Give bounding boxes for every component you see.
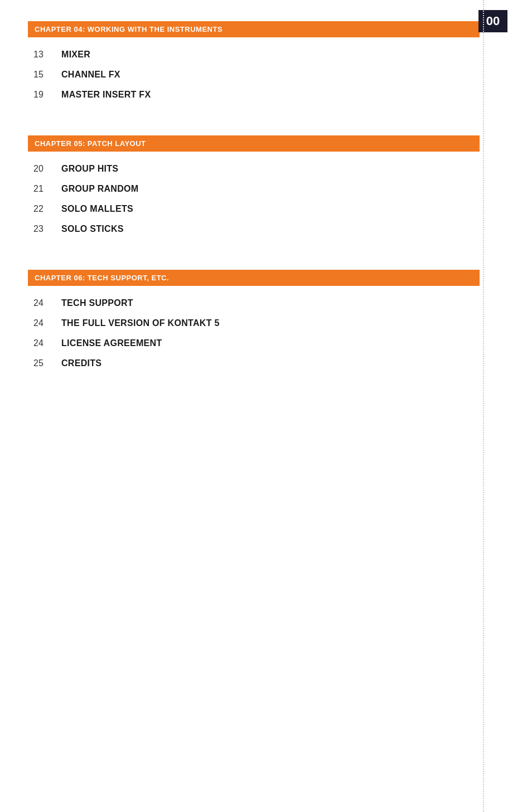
toc-item: 24 THE FULL VERSION OF KONTAKT 5 — [28, 316, 480, 330]
toc-item-label: CREDITS — [61, 358, 101, 368]
toc-item: 20 GROUP HITS — [28, 162, 480, 176]
chapter-06-header: CHAPTER 06: TECH SUPPORT, ETC. — [28, 270, 480, 286]
toc-page-number: 24 — [28, 318, 61, 328]
toc-item: 24 TECH SUPPORT — [28, 296, 480, 310]
toc-section-chapter-05: CHAPTER 05: PATCH LAYOUT 20 GROUP HITS 2… — [28, 135, 480, 236]
toc-item: 23 SOLO STICKS — [28, 222, 480, 236]
toc-item: 15 CHANNEL FX — [28, 67, 480, 82]
right-sidebar — [483, 0, 507, 812]
toc-page-number: 23 — [28, 224, 61, 234]
toc-item-label: CHANNEL FX — [61, 70, 120, 80]
toc-item-label: MASTER INSERT FX — [61, 90, 151, 100]
chapter-04-header: CHAPTER 04: WORKING WITH THE INSTRUMENTS — [28, 21, 480, 37]
toc-item-label: THE FULL VERSION OF KONTAKT 5 — [61, 318, 220, 328]
toc-page-number: 24 — [28, 338, 61, 348]
toc-page-number: 25 — [28, 358, 61, 368]
toc-section-chapter-06: CHAPTER 06: TECH SUPPORT, ETC. 24 TECH S… — [28, 270, 480, 371]
toc-section-chapter-04: CHAPTER 04: WORKING WITH THE INSTRUMENTS… — [28, 21, 480, 102]
toc-item: 25 CREDITS — [28, 356, 480, 371]
toc-page-number: 22 — [28, 204, 61, 214]
toc-item-label: GROUP HITS — [61, 164, 118, 174]
page-container: 00 CHAPTER 04: WORKING WITH THE INSTRUME… — [0, 0, 507, 398]
toc-page-number: 21 — [28, 184, 61, 194]
toc-item-label: TECH SUPPORT — [61, 298, 133, 308]
toc-item-label: MIXER — [61, 50, 90, 60]
toc-item: 19 MASTER INSERT FX — [28, 87, 480, 102]
toc-item: 22 SOLO MALLETS — [28, 202, 480, 216]
content-area: CHAPTER 04: WORKING WITH THE INSTRUMENTS… — [17, 11, 491, 371]
toc-item-label: SOLO MALLETS — [61, 204, 133, 214]
toc-item-label: GROUP RANDOM — [61, 184, 138, 194]
toc-page-number: 24 — [28, 298, 61, 308]
toc-item: 21 GROUP RANDOM — [28, 182, 480, 196]
toc-item-label: LICENSE AGREEMENT — [61, 338, 162, 348]
toc-page-number: 20 — [28, 164, 61, 174]
toc-page-number: 15 — [28, 70, 61, 80]
toc-item: 24 LICENSE AGREEMENT — [28, 336, 480, 351]
toc-item-label: SOLO STICKS — [61, 224, 124, 234]
chapter-05-header: CHAPTER 05: PATCH LAYOUT — [28, 135, 480, 152]
toc-page-number: 13 — [28, 50, 61, 60]
toc-item: 13 MIXER — [28, 47, 480, 62]
toc-page-number: 19 — [28, 90, 61, 100]
